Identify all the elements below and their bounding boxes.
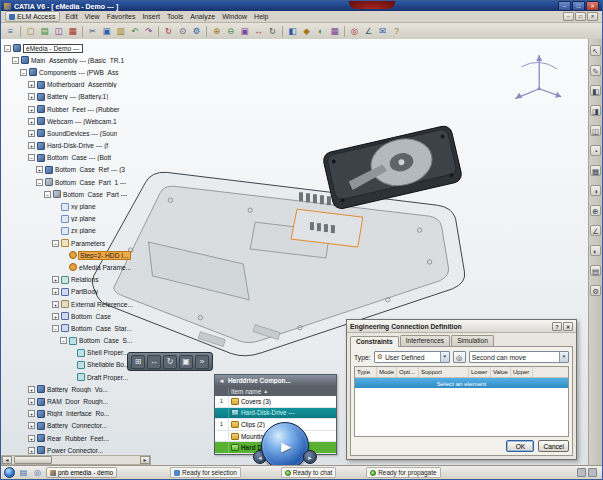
menu-insert[interactable]: Insert	[142, 13, 160, 20]
minimize-button[interactable]: –	[558, 1, 571, 11]
expand-toggle[interactable]: −	[12, 57, 19, 64]
menu-edit[interactable]: Edit	[66, 13, 78, 20]
tree-item-emedia-parame[interactable]: eMedia Parame...	[1, 261, 153, 273]
tree-item-bottom-case-ref-3[interactable]: +Bottom_Case_Ref --- (3	[1, 164, 153, 176]
close-button[interactable]: ✕	[586, 1, 599, 11]
tab-interferences[interactable]: Interferences	[400, 335, 450, 346]
refresh-icon[interactable]: ↻	[162, 25, 175, 38]
select-element-row[interactable]: Select an element	[355, 378, 568, 388]
pan-icon[interactable]: ↔	[147, 355, 161, 369]
column-value[interactable]: Value	[491, 367, 511, 377]
expand-toggle[interactable]: +	[28, 386, 35, 393]
search-icon[interactable]: ⊙	[176, 25, 189, 38]
list-item-hard-disk-drive[interactable]: Hard-Disk-Drive ---	[215, 408, 336, 420]
fit-all-icon[interactable]: ▣	[238, 25, 251, 38]
column-support[interactable]: Support	[419, 367, 469, 377]
maximize-button[interactable]: □	[572, 1, 585, 11]
more-icon[interactable]: »	[195, 355, 209, 369]
hard-disk-drive-model[interactable]	[322, 125, 463, 211]
tree-item-parameters[interactable]: −Parameters	[1, 237, 153, 249]
material-icon[interactable]: ◐	[590, 245, 601, 256]
expand-toggle[interactable]: +	[52, 301, 59, 308]
expand-toggle[interactable]: +	[28, 106, 35, 113]
menu-help[interactable]: Help	[254, 13, 268, 20]
measure-icon[interactable]: ∠	[362, 25, 375, 38]
hide-show-icon[interactable]: ◎	[348, 25, 361, 38]
rotate-icon[interactable]: ↻	[266, 25, 279, 38]
list-item-covers-3[interactable]: 1Covers (3)	[215, 396, 336, 408]
help-icon[interactable]: ?	[390, 25, 403, 38]
tree-item-right-interface-ro[interactable]: +Right_Interface_Ro...	[1, 408, 153, 420]
boolean-icon[interactable]: ⊕	[590, 205, 601, 216]
tree-item-components-pwb-ass[interactable]: −Components --- (PWB_Ass	[1, 66, 153, 78]
type-dropdown[interactable]: ⚙ User Defined ▼	[374, 351, 450, 363]
expand-toggle[interactable]: −	[4, 45, 11, 52]
dialog-close-button[interactable]: ✕	[563, 322, 573, 331]
open-icon[interactable]: ▤	[38, 25, 51, 38]
scrollbar-thumb[interactable]	[14, 456, 52, 464]
views-icon[interactable]: ▤	[590, 265, 601, 276]
expand-toggle[interactable]: +	[28, 422, 35, 429]
pan-icon[interactable]: ↔	[252, 25, 265, 38]
tree-item-bottom-case-bott[interactable]: −Bottom_Case --- (Bott	[1, 152, 153, 164]
tree-item-hard-disk-drive-f[interactable]: +Hard-Disk-Drive --- (f_	[1, 140, 153, 152]
zoom-in-icon[interactable]: ⊕	[210, 25, 223, 38]
tree-item-bottom-case-part-1[interactable]: −Bottom_Case_Part_1 ---	[1, 176, 153, 188]
redo-icon[interactable]: ↷	[142, 25, 155, 38]
expand-toggle[interactable]: +	[52, 288, 59, 295]
scroll-left-icon[interactable]: ◄	[2, 456, 12, 464]
menu-analyze[interactable]: Analyze	[190, 13, 215, 20]
shell-icon[interactable]: ◫	[590, 125, 601, 136]
expand-toggle[interactable]: −	[36, 179, 43, 186]
collapse-panel-icon[interactable]: ◄	[217, 378, 226, 384]
copy-icon[interactable]: ▣	[100, 25, 113, 38]
tree-item-step-2-hdd-i[interactable]: Step=2- HDD I...	[1, 249, 153, 261]
fillet-icon[interactable]: ◔	[590, 145, 601, 156]
move-mode-dropdown[interactable]: Second can move ▼	[469, 351, 569, 363]
zoom-fit-icon[interactable]: ▣	[179, 355, 193, 369]
zoom-area-icon[interactable]: ⊞	[131, 355, 145, 369]
scrollbar-track[interactable]	[12, 456, 140, 464]
explorer-icon[interactable]: ▤	[18, 467, 29, 478]
play-button[interactable]: ▶	[261, 422, 309, 465]
options-icon[interactable]: ⚙	[590, 285, 601, 296]
column-upper[interactable]: Upper	[511, 367, 533, 377]
expand-toggle[interactable]: −	[44, 191, 51, 198]
ok-button[interactable]: OK	[506, 440, 534, 452]
expand-toggle[interactable]: −	[52, 325, 59, 332]
tree-item-battery-connector[interactable]: +Battery_Connector...	[1, 420, 153, 432]
tree-item-emedia-demo[interactable]: −eMedia - Demo ---	[1, 42, 153, 54]
dialog-title-bar[interactable]: Engineering Connection Definition ?✕	[347, 320, 576, 333]
pocket-icon[interactable]: ◨	[590, 105, 601, 116]
menu-view[interactable]: View	[85, 13, 100, 20]
tree-item-relations[interactable]: +Relations	[1, 274, 153, 286]
menu-tools[interactable]: Tools	[167, 13, 183, 20]
tree-item-rubber-feet-rubber[interactable]: +Rubber_Feet --- (Rubber	[1, 103, 153, 115]
tree-item-draft-proper[interactable]: Draft Proper...	[1, 371, 153, 383]
settings-icon[interactable]: ⚙	[190, 25, 203, 38]
tree-item-battery-rough-vo[interactable]: +Battery_Rough_Vo...	[1, 383, 153, 395]
tree-item-ram-door-rough[interactable]: +RAM_Door_Rough...	[1, 395, 153, 407]
expand-toggle[interactable]: −	[20, 69, 27, 76]
expand-toggle[interactable]: +	[28, 93, 35, 100]
expand-toggle[interactable]: −	[60, 337, 67, 344]
expand-toggle[interactable]: +	[28, 435, 35, 442]
rotate-icon[interactable]: ↻	[163, 355, 177, 369]
scroll-right-icon[interactable]: ►	[140, 456, 150, 464]
chevron-down-icon[interactable]: ▼	[440, 352, 449, 362]
doc-close-button[interactable]: ✕	[587, 12, 598, 21]
expand-toggle[interactable]: +	[36, 166, 43, 173]
tree-item-webcam-webcam-1[interactable]: +Webcam --- (Webcam.1	[1, 115, 153, 127]
tree-toggle-icon[interactable]: ≡	[4, 25, 17, 38]
tree-item-bottom-case-star[interactable]: −Bottom_Case_Star...	[1, 322, 153, 334]
start-button[interactable]	[4, 467, 15, 478]
expand-toggle[interactable]: +	[28, 398, 35, 405]
tree-item-yz-plane[interactable]: yz plane	[1, 213, 153, 225]
taskbar-item-emedia[interactable]: pnb emedia - demo	[46, 467, 117, 478]
wireframe-icon[interactable]: ▦	[328, 25, 341, 38]
tree-item-sounddevices-soun[interactable]: +SoundDevices --- (Soun	[1, 127, 153, 139]
constraints-table-body[interactable]	[355, 388, 568, 436]
paste-icon[interactable]: ▥	[114, 25, 127, 38]
tree-item-bottom-case-part[interactable]: −Bottom_Case_Part ---	[1, 188, 153, 200]
tree-item-bottom-case[interactable]: +Bottom_Case	[1, 310, 153, 322]
